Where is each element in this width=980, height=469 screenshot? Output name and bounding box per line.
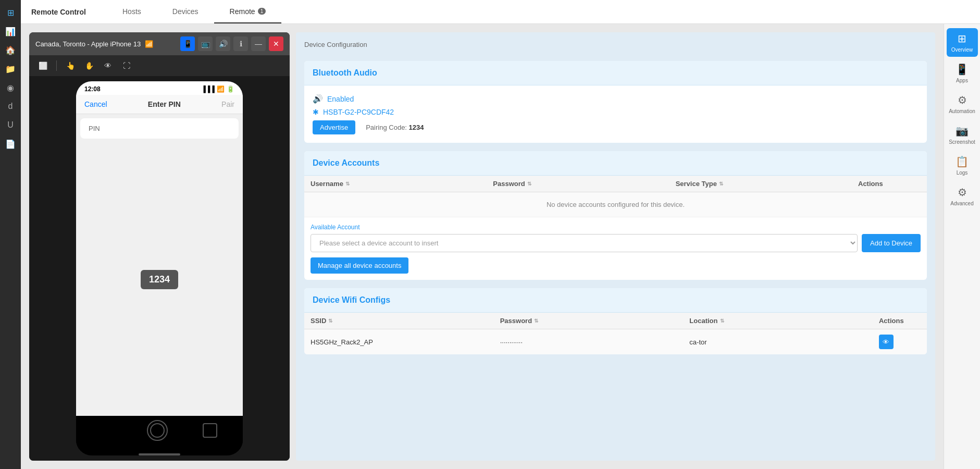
sidebar-icon-u[interactable]: U	[2, 117, 19, 133]
square-button[interactable]	[203, 423, 217, 438]
right-sidebar: ⊞ Overview 📱 Apps ⚙ Automation 📷 Screens…	[944, 24, 980, 469]
section-bottom-padding	[304, 274, 927, 280]
sidebar-item-apps[interactable]: 📱 Apps	[947, 59, 978, 88]
dialog-cancel-button[interactable]: Cancel	[84, 100, 107, 108]
sidebar-item-advanced[interactable]: ⚙ Advanced	[947, 182, 978, 211]
advanced-label: Advanced	[950, 201, 973, 206]
accounts-table-header: Username ⇅ Password ⇅ Service Type ⇅ A	[304, 176, 927, 192]
sidebar-icon-chart[interactable]: 📊	[2, 23, 19, 40]
nav-tabs: Hosts Devices Remote 1	[107, 0, 281, 23]
toolbar-touch-btn[interactable]: 👆	[63, 58, 78, 73]
status-icons: ▐▐▐ 📶 🔋	[201, 85, 234, 93]
home-button[interactable]	[147, 420, 168, 441]
manage-accounts-button[interactable]: Manage all device accounts	[311, 257, 408, 274]
battery-icon: 🔋	[227, 85, 234, 93]
bluetooth-header: Bluetooth Audio	[304, 61, 927, 85]
sidebar-icon-home[interactable]: 🏠	[2, 42, 19, 58]
minimize-button[interactable]: —	[251, 36, 266, 51]
tab-hosts[interactable]: Hosts	[107, 0, 157, 23]
wifi-header: Device Wifi Configs	[304, 288, 927, 313]
available-account-area: Available Account Please select a device…	[304, 217, 927, 274]
actions-col: Actions	[858, 180, 921, 188]
device-frame: Canada, Toronto - Apple iPhone 13 📶 📱 📺 …	[29, 32, 290, 461]
phone-screen: 12:08 ▐▐▐ 📶 🔋 Cancel Enter PIN	[29, 76, 290, 461]
service-type-col: Service Type ⇅	[676, 180, 858, 188]
toolbar-expand-btn[interactable]: ⛶	[119, 58, 134, 73]
automation-icon: ⚙	[958, 94, 967, 106]
bluetooth-section: Bluetooth Audio 🔊 Enabled ✱ HSBT-G2-PC9C…	[304, 61, 927, 143]
wifi-table-header: SSID ⇅ Password ⇅ Location ⇅ Actions	[304, 313, 927, 329]
wifi-icon: 📶	[217, 85, 225, 93]
device-title-text: Canada, Toronto - Apple iPhone 13	[35, 40, 141, 48]
screenshot-label: Screenshot	[949, 139, 975, 145]
phone-body: 12:08 ▐▐▐ 📶 🔋 Cancel Enter PIN	[76, 81, 243, 455]
overview-label: Overview	[951, 47, 973, 53]
wifi-table-row: HS5GHz_Rack2_AP ············ ca-tor 👁	[304, 329, 927, 354]
apps-label: Apps	[956, 78, 968, 83]
sidebar-icon-file[interactable]: 📁	[2, 60, 19, 77]
dialog-pair-button[interactable]: Pair	[221, 100, 234, 108]
pin-display-area: 1234	[76, 143, 243, 416]
tablet-view-button[interactable]: 📱	[180, 36, 195, 51]
info-button[interactable]: ℹ	[233, 36, 248, 51]
wifi-password: ············	[500, 338, 690, 346]
location-sort-icon: ⇅	[720, 318, 724, 324]
advertise-button[interactable]: Advertise	[313, 120, 355, 134]
sidebar-icon-d[interactable]: d	[2, 98, 19, 115]
tab-devices[interactable]: Devices	[157, 0, 214, 23]
toolbar-eye-btn[interactable]: 👁	[101, 58, 115, 73]
remote-badge: 1	[258, 8, 266, 15]
pairing-code-value: 1234	[409, 124, 424, 131]
advanced-icon: ⚙	[958, 186, 967, 199]
wifi-section: Device Wifi Configs SSID ⇅ Password ⇅ Lo…	[304, 288, 927, 354]
sidebar-item-automation[interactable]: ⚙ Automation	[947, 90, 978, 118]
wifi-password-col: Password ⇅	[500, 317, 690, 325]
home-indicator	[139, 453, 180, 455]
top-nav: Remote Control Hosts Devices Remote 1	[21, 0, 980, 24]
apps-icon: 📱	[956, 63, 969, 76]
tv-view-button[interactable]: 📺	[198, 36, 213, 51]
toolbar-gesture-btn[interactable]: ✋	[82, 58, 96, 73]
bt-advertise-row: Advertise Pairing Code: 1234	[313, 120, 919, 134]
tab-remote[interactable]: Remote 1	[214, 0, 282, 23]
sidebar-icon-grid[interactable]: ⊞	[2, 4, 19, 21]
wifi-view-button[interactable]: 👁	[879, 335, 894, 349]
phone-status-bar: 12:08 ▐▐▐ 📶 🔋	[76, 81, 243, 95]
config-title: Device Configuration	[304, 41, 927, 48]
location-col: Location ⇅	[689, 317, 879, 325]
add-to-device-button[interactable]: Add to Device	[862, 234, 921, 252]
close-device-button[interactable]: ✕	[269, 36, 283, 51]
sidebar-item-logs[interactable]: 📋 Logs	[947, 151, 978, 180]
config-panel: Device Configuration Bluetooth Audio 🔊 E…	[296, 32, 935, 461]
screenshot-icon: 📷	[956, 125, 969, 137]
logs-label: Logs	[957, 170, 968, 176]
accounts-empty-row: No device accounts configured for this d…	[304, 192, 927, 217]
account-select-row: Please select a device account to insert…	[311, 234, 921, 252]
sidebar-item-overview[interactable]: ⊞ Overview	[947, 28, 978, 57]
wifi-password-sort-icon: ⇅	[534, 318, 538, 324]
ssid-sort-icon: ⇅	[328, 318, 332, 324]
device-controls: 📱 📺 🔊 ℹ — ✕	[180, 36, 283, 51]
sidebar-icon-circle[interactable]: ◉	[2, 79, 19, 96]
sidebar-icon-doc[interactable]: 📄	[2, 135, 19, 152]
main-content: Remote Control Hosts Devices Remote 1 Ca…	[21, 0, 980, 469]
bluetooth-body: 🔊 Enabled ✱ HSBT-G2-PC9CDF42 Advertise P…	[304, 85, 927, 143]
app-title: Remote Control	[31, 8, 86, 16]
speaker-button[interactable]: 🔊	[216, 36, 230, 51]
sidebar-item-screenshot[interactable]: 📷 Screenshot	[947, 120, 978, 149]
wifi-signal-icon: 📶	[145, 40, 153, 48]
toolbar-layout-btn[interactable]: ⬜	[35, 58, 50, 73]
device-toolbar: ⬜ 👆 ✋ 👁 ⛶	[29, 55, 290, 76]
phone-content: Cancel Enter PIN Pair PIN 1234	[76, 95, 243, 416]
overview-icon: ⊞	[958, 32, 966, 45]
bt-enabled-item: 🔊 Enabled	[313, 94, 919, 104]
username-col: Username ⇅	[311, 180, 493, 188]
phone-time: 12:08	[84, 85, 101, 93]
toolbar-divider-1	[56, 60, 57, 71]
wifi-ssid: HS5GHz_Rack2_AP	[311, 338, 500, 346]
accounts-header: Device Accounts	[304, 151, 927, 176]
account-select[interactable]: Please select a device account to insert	[311, 234, 858, 252]
left-sidebar: ⊞ 📊 🏠 📁 ◉ d U 📄	[0, 0, 21, 469]
accounts-section: Device Accounts Username ⇅ Password ⇅ Se…	[304, 151, 927, 280]
service-sort-icon: ⇅	[719, 181, 723, 187]
